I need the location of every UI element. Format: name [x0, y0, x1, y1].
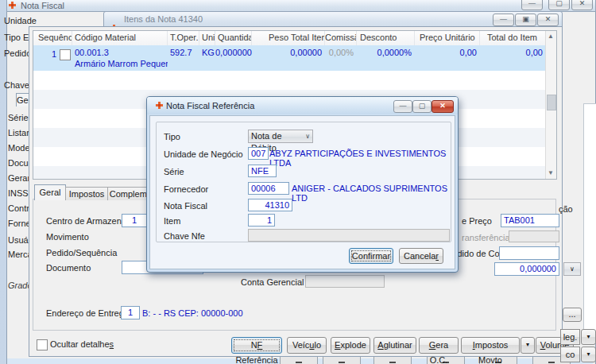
label-documento: Docu — [8, 158, 29, 168]
cell-preco-unitario: 0,00 — [415, 45, 480, 71]
label-serie: Série — [8, 113, 29, 122]
label-contr: Contr — [8, 203, 29, 213]
cell-codigo-material: 00.001.3 Armário Marrom Pequeno — [72, 45, 168, 71]
gera-oc-button[interactable]: Gera O.C. — [419, 337, 459, 354]
dialog-maximize-button[interactable]: ▢ — [412, 100, 432, 113]
label-modelo: Mode — [8, 143, 30, 153]
outer-maximize-button[interactable]: ▢ — [548, 0, 570, 10]
cell-uni: KG — [199, 45, 215, 71]
chave-nfe-field[interactable] — [248, 229, 450, 242]
column-header[interactable]: Código Material — [72, 31, 168, 45]
dialog-close-button[interactable]: ✕ — [432, 100, 454, 113]
quantidade-field[interactable]: 0,000000 — [494, 262, 559, 276]
dialog-icon — [156, 102, 164, 110]
conta-gerencial-label: Conta Gerencial — [241, 277, 304, 287]
nota-fiscal-titlebar[interactable] — [6, 0, 596, 12]
column-header[interactable]: Quantidade — [215, 31, 252, 45]
column-header[interactable]: Uni — [199, 31, 215, 45]
label-inss: INSS — [8, 188, 29, 198]
outer-close-button[interactable]: ✕ — [571, 0, 593, 10]
co-dropdown-button[interactable]: ▾ — [581, 347, 596, 362]
column-header[interactable]: Peso Total Item — [252, 31, 325, 45]
cell-quantidade: 0,000000 — [215, 45, 252, 71]
ocultar-detalhes-checkbox[interactable] — [37, 339, 48, 350]
nota-fiscal-referencia-dialog: Nota Fiscal Referência — ▢ ✕ Tipo ∨ Nota… — [146, 96, 459, 273]
item-field[interactable]: 1 — [248, 214, 275, 227]
nf-referencia-button[interactable]: NF Referência — [231, 337, 282, 354]
itens-minimize-button[interactable]: — — [493, 14, 514, 26]
bottom-cut-button[interactable] — [323, 356, 361, 364]
bottom-cut-button[interactable] — [373, 356, 412, 364]
endereco-entrega-text: B: - - RS CEP: 00000-000 — [142, 308, 243, 318]
veiculo-button[interactable]: Veículo — [287, 337, 327, 354]
grid-selected-row[interactable]: 1 00.001.3 Armário Marrom Pequeno 592.7 … — [33, 45, 546, 71]
scrollbar-thumb[interactable] — [547, 95, 556, 110]
confirmar-button[interactable]: Confirmar — [349, 248, 393, 264]
itens-window-title: Itens da Nota 41340 — [124, 14, 203, 24]
tab-geral[interactable]: Geral — [34, 184, 66, 200]
leg-dropdown-button[interactable]: ▾ — [581, 329, 596, 345]
dialog-client-area: Tipo ∨ Nota de Débito Unidade de Negócio… — [149, 115, 455, 269]
nota-fiscal-field[interactable]: 41310 — [248, 199, 292, 211]
unidade-negocio-field[interactable]: 007 — [248, 147, 269, 160]
tipo-label: Tipo — [164, 132, 180, 141]
co-button-fragment[interactable]: co — [560, 347, 580, 362]
tabela-preco-label: e Preço — [462, 216, 492, 226]
chave-nfe-label: Chave Nfe — [164, 231, 205, 241]
cell-peso-total: 0,00000 — [252, 45, 325, 71]
dialog-minimize-button[interactable]: — — [393, 100, 412, 113]
pedido-sequencia-label: Pedido/Sequência — [46, 248, 117, 258]
screen: Nota Fiscal — ▢ ✕ Unidade Tipo Emis Pedi… — [0, 0, 596, 364]
itens-close-button[interactable]: ✕ — [537, 14, 559, 26]
tabela-preco-field[interactable]: TAB001 — [501, 214, 559, 227]
nota-fiscal-window-icon — [9, 2, 17, 10]
column-header[interactable]: Comissão — [325, 31, 357, 45]
tipo-combobox[interactable]: ∨ Nota de Débito — [248, 130, 313, 143]
label-listar: Listar — [8, 128, 29, 137]
explode-button[interactable]: Explode — [331, 337, 370, 354]
right-side-panel — [583, 103, 596, 343]
documento-label: Documento — [46, 263, 91, 273]
conta-gerencial-field[interactable] — [305, 275, 385, 288]
aglutinar-button[interactable]: Aglutinar — [373, 337, 416, 354]
movimento-label: Movimento — [46, 232, 89, 242]
tab-impostos[interactable]: Impostos — [65, 187, 108, 200]
outer-minimize-button[interactable]: — — [521, 0, 543, 10]
nota-fiscal-window-title: Nota Fiscal — [21, 1, 64, 10]
column-header[interactable]: Total do Item — [480, 31, 546, 45]
ocultar-detalhes-label[interactable]: Ocultar detalhes — [50, 339, 114, 349]
ellipsis-button[interactable]: ... — [563, 308, 582, 322]
centro-armazenagem-field[interactable]: 1 — [122, 214, 147, 227]
scroll-up-arrow[interactable]: ▲ — [546, 31, 555, 42]
leg-button-fragment[interactable]: leg. — [560, 329, 580, 345]
right-combo-fragment[interactable]: ∨ — [563, 262, 581, 276]
cancelar-button[interactable]: Cancelar — [399, 248, 443, 264]
fornecedor-label: Fornecedor — [164, 184, 208, 194]
item-label: Item — [164, 216, 180, 226]
scroll-down-arrow[interactable]: ▼ — [546, 168, 555, 179]
bottom-cut-button[interactable] — [280, 356, 318, 364]
fornecedor-field[interactable]: 00006 — [248, 182, 289, 195]
grid-vertical-scrollbar[interactable]: ▲ ▼ — [545, 31, 556, 179]
label-fornecedor-outer: Forne — [8, 219, 31, 228]
column-header[interactable]: Sequência — [33, 31, 72, 45]
row-checkbox[interactable] — [60, 49, 71, 60]
pedido-compra-field[interactable] — [499, 246, 559, 260]
column-header[interactable]: Desconto — [357, 31, 415, 45]
serie-label: Série — [164, 167, 184, 176]
chevron-down-icon: ∨ — [305, 130, 310, 142]
endereco-entrega-field[interactable]: 1 — [121, 306, 140, 319]
transferencia-field[interactable] — [509, 230, 559, 242]
fornecedor-desc: ANIGER - CALCADOS SUPRIMENTOS LTD — [292, 184, 455, 203]
impostos-movto-button[interactable]: Impostos Movto — [461, 337, 520, 354]
nota-fiscal-window: Nota Fiscal — ▢ ✕ Unidade Tipo Emis Pedi… — [0, 0, 596, 10]
serie-field[interactable]: NFE — [248, 165, 277, 177]
column-header[interactable]: Preço Unitário — [415, 31, 480, 45]
grid-header-row[interactable]: Sequência Código Material T.Oper. Uni Qu… — [33, 31, 546, 46]
label-gerar: Gerar — [8, 173, 30, 183]
label-usuario: Usuár — [8, 235, 31, 245]
itens-maximize-button[interactable]: ▣ — [515, 14, 536, 26]
unidade-negocio-label: Unidade de Negócio — [164, 149, 243, 159]
impostos-dropdown-button[interactable]: ▾ — [521, 337, 535, 354]
column-header[interactable]: T.Oper. — [168, 31, 199, 45]
